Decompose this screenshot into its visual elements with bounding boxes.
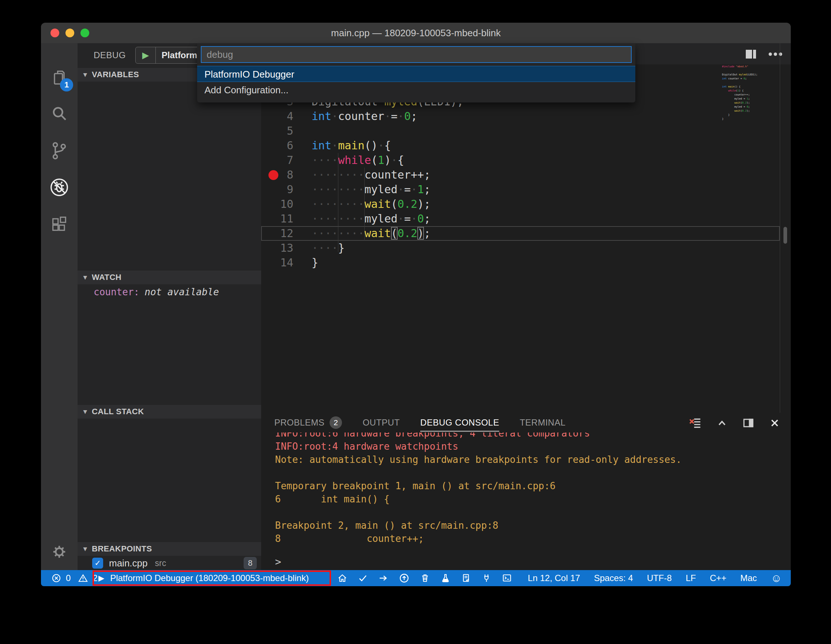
panel-tab-output[interactable]: OUTPUT	[363, 413, 400, 432]
section-breakpoints[interactable]: ▾ BREAKPOINTS	[78, 542, 261, 556]
activity-debug[interactable]	[41, 169, 78, 206]
status-item[interactable]: LF	[686, 573, 696, 583]
code-line-8[interactable]: 8········counter++;	[261, 167, 780, 182]
search-icon	[50, 105, 69, 124]
activity-source-control[interactable]	[41, 132, 78, 169]
console-line: Breakpoint 2, main () at src/main.cpp:8	[275, 519, 787, 532]
code-line-4[interactable]: 4int·counter·=·0;	[261, 109, 780, 124]
line-number[interactable]: 14	[261, 255, 293, 270]
status-right: Ln 12, Col 17Spaces: 4UTF-8LFC++Mac ☺	[528, 570, 782, 586]
line-number[interactable]: 7	[261, 153, 293, 167]
line-number[interactable]: 13	[261, 241, 293, 255]
line-number[interactable]: 5	[261, 124, 293, 138]
debug-sidebar: DEBUG ▶ PlatformIO De ▾ VARIABLES ▾ WATC…	[78, 43, 261, 570]
line-number[interactable]: 11	[261, 212, 293, 226]
indent-guide	[364, 167, 365, 241]
upload-icon[interactable]	[399, 573, 410, 583]
status-item[interactable]: C++	[710, 573, 726, 583]
quick-input-overlay: PlatformIO DebuggerAdd Configuration...	[197, 43, 635, 102]
scrollbar-thumb[interactable]	[783, 227, 787, 244]
chevron-down-icon: ▾	[83, 545, 87, 553]
breakpoint-checkbox[interactable]: ✓	[92, 558, 103, 569]
trash-icon[interactable]	[420, 573, 430, 583]
traffic-lights	[51, 29, 89, 37]
code-line-13[interactable]: 13····}	[261, 241, 780, 255]
code-line-12[interactable]: 12········wait(0.2);	[261, 226, 780, 241]
code-line-7[interactable]: 7····while(1)·{	[261, 153, 780, 167]
split-panel-icon[interactable]	[742, 416, 755, 430]
maximize-panel-icon[interactable]	[715, 416, 729, 430]
error-icon	[51, 573, 61, 583]
status-item[interactable]: UTF-8	[647, 573, 672, 583]
split-editor-icon[interactable]	[745, 48, 757, 60]
debug-host-status-annotated[interactable]: ▶ PlatformIO Debugger (180209-100053-mbe…	[92, 571, 331, 586]
feedback-smiley-icon[interactable]: ☺	[771, 573, 782, 583]
code-line-11[interactable]: 11········myled·=·0;	[261, 212, 780, 226]
close-window-button[interactable]	[51, 29, 59, 37]
panel-tab-debug-console[interactable]: DEBUG CONSOLE	[420, 413, 499, 432]
indent-guide	[338, 153, 338, 252]
watch-expression[interactable]: counter: not available	[78, 284, 261, 300]
activity-explorer[interactable]: 1	[41, 59, 78, 96]
code-line-9[interactable]: 9········myled·=·1;	[261, 182, 780, 197]
terminal-icon[interactable]	[502, 573, 512, 583]
debug-host-label: PlatformIO Debugger (180209-100053-mbed-…	[110, 573, 309, 583]
line-number[interactable]: 10	[261, 197, 293, 212]
panel-tab-problems[interactable]: PROBLEMS2	[274, 413, 342, 432]
quick-input-item[interactable]: PlatformIO Debugger	[197, 66, 635, 82]
minimap-line: }	[722, 113, 784, 117]
minimap-line: wait(0.2);	[722, 101, 784, 105]
console-line	[275, 466, 787, 479]
minimap-line: DigitalOut myled(LED1);	[722, 73, 784, 77]
clear-console-icon[interactable]	[688, 416, 702, 430]
play-icon: ▶	[99, 574, 104, 582]
problems-status[interactable]: 0 2	[51, 570, 98, 586]
code-line-6[interactable]: 6int·main()·{	[261, 138, 780, 153]
plug-icon[interactable]	[481, 573, 492, 583]
chevron-down-icon: ▾	[83, 273, 87, 281]
flask-icon[interactable]	[440, 573, 451, 583]
scrollbar-track	[780, 43, 780, 413]
gear-icon	[50, 542, 69, 561]
console-line: INFO:root:6 hardware breakpoints, 4 lite…	[275, 432, 787, 440]
activity-search[interactable]	[41, 96, 78, 132]
code-line-14[interactable]: 14}	[261, 255, 780, 270]
minimap-line: }	[722, 117, 784, 121]
watch-value: not available	[145, 287, 219, 298]
minimize-window-button[interactable]	[65, 29, 74, 37]
breakpoint-glyph[interactable]	[269, 170, 279, 180]
minimap[interactable]: #include "mbed.h" DigitalOut myled(LED1)…	[722, 65, 784, 121]
close-panel-icon[interactable]	[768, 416, 781, 430]
home-icon[interactable]	[337, 573, 347, 583]
line-number[interactable]: 6	[261, 138, 293, 153]
code-line-5[interactable]: 5	[261, 124, 780, 138]
check-icon[interactable]	[358, 573, 368, 583]
zoom-window-button[interactable]	[80, 29, 89, 37]
code-line-10[interactable]: 10········wait(0.2);	[261, 197, 780, 212]
status-right-items: Ln 12, Col 17Spaces: 4UTF-8LFC++Mac	[528, 573, 757, 583]
breakpoint-line-badge: 8	[244, 557, 257, 569]
panel-tabs: PROBLEMS2OUTPUTDEBUG CONSOLETERMINAL	[274, 413, 565, 432]
quick-input-field[interactable]	[201, 46, 632, 63]
line-number[interactable]: 12	[261, 226, 293, 241]
quick-input-item[interactable]: Add Configuration...	[197, 82, 635, 98]
status-item[interactable]: Mac	[740, 573, 757, 583]
activity-settings[interactable]	[41, 534, 78, 570]
line-number[interactable]: 4	[261, 109, 293, 124]
console-prompt[interactable]: >	[275, 556, 281, 568]
section-watch[interactable]: ▾ WATCH	[78, 270, 261, 284]
section-call-stack[interactable]: ▾ CALL STACK	[78, 404, 261, 419]
arrow-right-icon[interactable]	[378, 573, 388, 583]
section-label: CALL STACK	[92, 407, 144, 416]
task-report-icon[interactable]	[461, 573, 471, 583]
activity-extensions[interactable]	[41, 206, 78, 242]
breakpoint-item[interactable]: ✓ main.cpp src 8	[78, 555, 261, 571]
panel-tab-terminal[interactable]: TERMINAL	[520, 413, 565, 432]
more-actions-icon[interactable]	[768, 52, 783, 56]
start-debug-icon[interactable]: ▶	[136, 50, 156, 61]
debug-console-output[interactable]: INFO:root:6 hardware breakpoints, 4 lite…	[261, 432, 787, 554]
status-item[interactable]: Spaces: 4	[594, 573, 633, 583]
line-number[interactable]: 9	[261, 182, 293, 197]
status-item[interactable]: Ln 12, Col 17	[528, 573, 580, 583]
console-line: Temporary breakpoint 1, main () at src/m…	[275, 479, 787, 493]
